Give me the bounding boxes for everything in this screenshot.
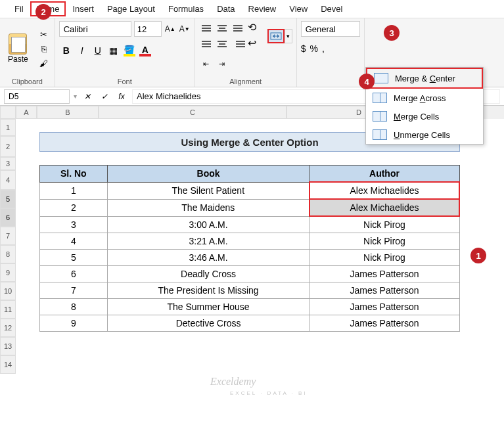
row-header[interactable]: 8 — [0, 245, 16, 263]
align-middle-button[interactable] — [215, 21, 229, 35]
cell[interactable]: 2 — [40, 199, 108, 216]
cell[interactable]: 9 — [40, 315, 108, 332]
row-header[interactable]: 11 — [0, 300, 16, 319]
currency-button[interactable]: $ — [301, 43, 306, 54]
tab-developer[interactable]: Devel — [314, 1, 349, 16]
header-book[interactable]: Book — [107, 166, 309, 183]
merge-center-item[interactable]: Merge & Center — [366, 68, 483, 89]
table-row: 53:46 A.M.Nick Pirog — [40, 250, 460, 266]
group-font: A▲ A▼ B I U ▦ 🪣 A Font — [55, 18, 195, 87]
cell[interactable]: Deadly Cross — [107, 266, 309, 282]
row-header[interactable]: 1 — [0, 119, 16, 136]
unmerge-cells-item[interactable]: Unmerge Cells — [366, 125, 483, 144]
row-header[interactable]: 9 — [0, 263, 16, 282]
number-format-input[interactable] — [301, 21, 360, 37]
row-header[interactable]: 7 — [0, 227, 16, 245]
align-bottom-button[interactable] — [231, 21, 245, 35]
cell[interactable]: Nick Pirog — [309, 216, 459, 233]
row-header[interactable]: 6 — [0, 208, 16, 227]
cell[interactable]: 3:00 A.M. — [107, 216, 309, 233]
merge-center-button[interactable] — [267, 29, 285, 43]
borders-button[interactable]: ▦ — [106, 43, 121, 58]
cell[interactable]: 5 — [40, 250, 108, 266]
tab-insert[interactable]: Insert — [66, 1, 101, 16]
cell[interactable]: James Patterson — [309, 266, 459, 282]
row-header[interactable]: 10 — [0, 282, 16, 300]
font-size-input[interactable] — [134, 21, 162, 37]
cell[interactable]: 6 — [40, 266, 108, 282]
percent-button[interactable]: % — [309, 43, 317, 54]
cell[interactable]: The President Is Missing — [107, 282, 309, 299]
cancel-formula-button[interactable]: ✕ — [81, 90, 94, 103]
header-slno[interactable]: Sl. No — [40, 166, 108, 183]
cell[interactable]: James Patterson — [309, 299, 459, 315]
cell[interactable]: Nick Pirog — [309, 250, 459, 266]
cut-button[interactable]: ✂ — [37, 28, 51, 40]
cell[interactable]: The Silent Patient — [107, 182, 309, 199]
group-label-clipboard: Clipboard — [4, 76, 51, 87]
align-left-button[interactable] — [199, 37, 214, 51]
cell[interactable]: James Patterson — [309, 315, 459, 332]
wrap-text-button[interactable]: ↩ — [248, 37, 262, 51]
tab-view[interactable]: View — [283, 1, 314, 16]
increase-indent-button[interactable]: ⇥ — [215, 56, 229, 71]
cell[interactable]: Nick Pirog — [309, 233, 459, 250]
row-header[interactable]: 5 — [0, 190, 16, 208]
comma-button[interactable]: , — [322, 43, 325, 54]
cell[interactable]: James Patterson — [309, 282, 459, 299]
increase-font-button[interactable]: A▲ — [164, 23, 176, 35]
row-header[interactable]: 12 — [0, 319, 16, 337]
font-name-input[interactable] — [59, 21, 131, 37]
merge-dropdown-button[interactable]: ▾ — [285, 29, 292, 43]
orientation-button[interactable]: ⟲ — [248, 21, 262, 35]
cell[interactable]: 7 — [40, 282, 108, 299]
align-center-button[interactable] — [215, 37, 229, 51]
merge-across-item[interactable]: Merge Across — [366, 89, 483, 107]
row-header[interactable]: 2 — [0, 136, 16, 157]
align-top-button[interactable] — [199, 21, 214, 35]
cell-selected[interactable]: Alex Michaelides — [309, 199, 459, 216]
col-header-c[interactable]: C — [99, 106, 286, 119]
name-box[interactable] — [4, 89, 70, 104]
font-color-button[interactable]: A — [138, 43, 152, 58]
paste-button[interactable]: Paste — [4, 31, 32, 66]
cell[interactable]: 3 — [40, 216, 108, 233]
cell[interactable]: 3:21 A.M. — [107, 233, 309, 250]
decrease-indent-button[interactable]: ⇤ — [199, 56, 214, 71]
cell[interactable]: 1 — [40, 182, 108, 199]
select-all-corner[interactable] — [0, 106, 16, 119]
row-header[interactable]: 4 — [0, 170, 16, 190]
group-alignment: ⟲ ↩ ▾ ⇤ ⇥ Alignment — [195, 18, 297, 87]
row-header[interactable]: 3 — [0, 157, 16, 170]
tab-pagelayout[interactable]: Page Layout — [101, 1, 162, 16]
header-author[interactable]: Author — [309, 166, 459, 183]
align-right-button[interactable] — [231, 37, 245, 51]
tab-formulas[interactable]: Formulas — [162, 1, 210, 16]
bold-button[interactable]: B — [59, 43, 74, 58]
insert-function-button[interactable]: fx — [115, 90, 128, 103]
row-header[interactable]: 13 — [0, 337, 16, 355]
merge-cells-item[interactable]: Merge Cells — [366, 107, 483, 125]
confirm-formula-button[interactable]: ✓ — [98, 90, 111, 103]
tab-data[interactable]: Data — [210, 1, 241, 16]
tab-review[interactable]: Review — [242, 1, 283, 16]
col-header-a[interactable]: A — [16, 106, 37, 119]
copy-button[interactable]: ⎘ — [37, 43, 51, 55]
cell[interactable]: The Summer House — [107, 299, 309, 315]
cell[interactable]: The Maidens — [107, 199, 309, 216]
tab-file[interactable]: Fil — [8, 1, 30, 16]
cell-selected[interactable]: Alex Michaelides — [309, 182, 459, 199]
col-header-b[interactable]: B — [37, 106, 99, 119]
paste-label: Paste — [8, 55, 28, 64]
italic-button[interactable]: I — [75, 43, 89, 58]
cell[interactable]: Detective Cross — [107, 315, 309, 332]
cell[interactable]: 3:46 A.M. — [107, 250, 309, 266]
fill-color-button[interactable]: 🪣 — [122, 43, 137, 58]
clipboard-icon — [9, 34, 27, 55]
row-header[interactable]: 14 — [0, 355, 16, 374]
cell[interactable]: 8 — [40, 299, 108, 315]
decrease-font-button[interactable]: A▼ — [179, 23, 191, 35]
cell[interactable]: 4 — [40, 233, 108, 250]
format-painter-button[interactable]: 🖌 — [37, 57, 51, 69]
underline-button[interactable]: U — [91, 43, 105, 58]
